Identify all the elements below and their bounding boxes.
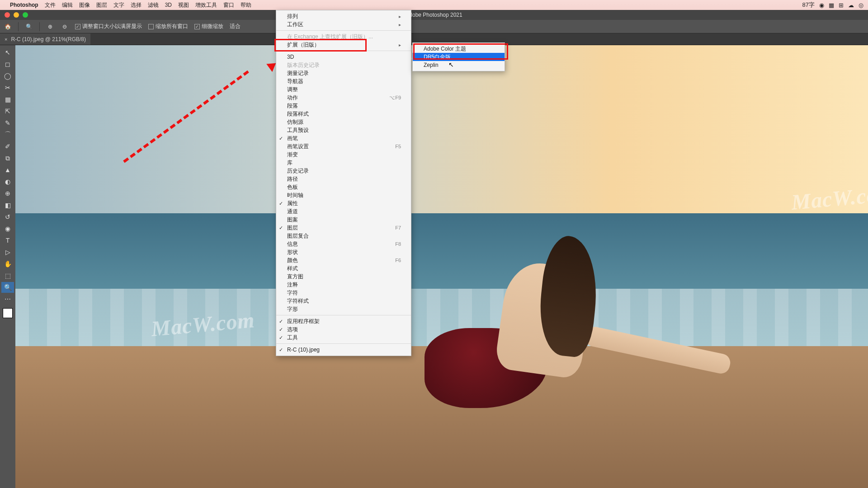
menu-item[interactable]: 直方图 [276, 272, 411, 281]
tool-1[interactable]: ◻ [1, 59, 14, 70]
menu-item[interactable]: ✓画笔 [276, 134, 411, 142]
submenu-item[interactable]: DR5白金版 [413, 53, 505, 61]
zoom-tool-icon[interactable]: 🔍 [25, 23, 33, 31]
menu-file[interactable]: 文件 [45, 1, 56, 9]
menu-item[interactable]: ✓属性 [276, 199, 411, 207]
options-bar: 🏠 🔍 ⊕ ⊖ 调整窗口大小以满屏显示 缩放所有窗口 细微缩放 适合 [0, 20, 868, 33]
tool-0[interactable]: ↖ [1, 47, 14, 58]
menu-item[interactable]: ✓应用程序框架 [276, 317, 411, 325]
tool-2[interactable]: ◯ [1, 70, 14, 81]
tool-18[interactable]: ✋ [1, 258, 14, 269]
menu-item[interactable]: 导航器 [276, 77, 411, 85]
menu-3d[interactable]: 3D [165, 2, 172, 8]
tool-4[interactable]: ▦ [1, 94, 14, 105]
color-swatch[interactable] [3, 308, 13, 318]
menu-item[interactable]: 工具预设 [276, 126, 411, 134]
menu-item[interactable]: 历史记录 [276, 167, 411, 175]
document-tab[interactable]: × R-C (10).jpeg @ 211%(RGB/8) [0, 33, 90, 45]
menu-item[interactable]: 调整 [276, 85, 411, 94]
menu-view[interactable]: 视图 [178, 1, 189, 9]
menu-item[interactable]: 图案 [276, 216, 411, 224]
menu-type[interactable]: 文字 [113, 1, 124, 9]
menu-item[interactable]: ✓选项 [276, 325, 411, 333]
menu-item[interactable]: 色板 [276, 183, 411, 191]
fit-screen-button[interactable]: 适合 [230, 23, 241, 30]
menu-item[interactable]: 库 [276, 159, 411, 167]
menu-image[interactable]: 图像 [79, 1, 90, 9]
menu-workspace[interactable]: 工作区▸ [276, 20, 411, 28]
menu-item[interactable]: 测量记录 [276, 69, 411, 77]
menu-item[interactable]: 动作⌥F9 [276, 94, 411, 102]
tool-15[interactable]: ◉ [1, 223, 14, 234]
menu-item[interactable]: 信息F8 [276, 240, 411, 248]
menu-help[interactable]: 帮助 [241, 1, 251, 9]
tool-17[interactable]: ▷ [1, 247, 14, 258]
menu-extensions-legacy[interactable]: 扩展（旧版）▸ [276, 41, 411, 49]
menu-item[interactable]: 字符样式 [276, 297, 411, 305]
menu-item[interactable]: 注释 [276, 281, 411, 289]
menu-item[interactable]: 3D [276, 53, 411, 61]
menu-item[interactable]: ✓图层F7 [276, 224, 411, 232]
tool-6[interactable]: ✎ [1, 117, 14, 128]
menu-select[interactable]: 选择 [131, 1, 142, 9]
tool-13[interactable]: ◧ [1, 200, 14, 211]
status-icon-1[interactable]: ◉ [819, 2, 824, 9]
document-canvas[interactable]: MacW.com MacW.com MacW.com [15, 45, 868, 488]
menu-layer[interactable]: 图层 [96, 1, 107, 9]
tool-7[interactable]: ⌒ [1, 129, 14, 140]
menu-filter[interactable]: 滤镜 [148, 1, 159, 9]
zoom-window-button[interactable] [23, 12, 28, 18]
menu-window[interactable]: 窗口 [223, 1, 234, 9]
status-icon-4[interactable]: ☁ [848, 2, 854, 9]
zoom-in-icon[interactable]: ⊕ [46, 23, 54, 31]
submenu-item[interactable]: Zeplin [413, 61, 505, 69]
zoom-out-icon[interactable]: ⊖ [61, 23, 69, 31]
close-tab-icon[interactable]: × [5, 37, 7, 42]
tool-5[interactable]: ⇱ [1, 106, 14, 117]
menu-item[interactable]: 样式 [276, 264, 411, 272]
menu-edit[interactable]: 编辑 [62, 1, 73, 9]
menu-item[interactable]: 形状 [276, 248, 411, 256]
menu-arrange[interactable]: 排列▸ [276, 12, 411, 20]
menu-item[interactable]: 字符 [276, 289, 411, 297]
status-icon-2[interactable]: ▦ [829, 2, 834, 9]
menu-item[interactable]: 时间轴 [276, 191, 411, 199]
tool-20[interactable]: 🔍 [1, 282, 14, 293]
menu-plugins[interactable]: 增效工具 [195, 1, 217, 9]
menu-item[interactable]: 段落 [276, 102, 411, 110]
menu-item[interactable]: 颜色F6 [276, 256, 411, 264]
submenu-item[interactable]: Adobe Color 主题 [413, 45, 505, 53]
menu-item[interactable]: 仿制源 [276, 118, 411, 126]
tool-21[interactable]: ⋯ [1, 294, 14, 305]
tool-10[interactable]: ▲ [1, 164, 14, 175]
zoom-all-checkbox[interactable]: 缩放所有窗口 [148, 23, 188, 30]
menu-item[interactable]: 版本历史记录 [276, 61, 411, 69]
menu-item[interactable]: 段落样式 [276, 110, 411, 118]
menu-item[interactable]: 图层复合 [276, 232, 411, 240]
menu-open-doc[interactable]: ✓R-C (10).jpeg [276, 346, 411, 354]
menu-item[interactable]: 通道 [276, 207, 411, 216]
tool-8[interactable]: ✐ [1, 141, 14, 152]
tool-12[interactable]: ⊕ [1, 188, 14, 199]
resize-window-checkbox[interactable]: 调整窗口大小以满屏显示 [75, 23, 142, 30]
mac-menubar: Photoshop 文件 编辑 图像 图层 文字 选择 滤镜 3D 视图 增效工… [0, 0, 868, 10]
tool-11[interactable]: ◐ [1, 176, 14, 187]
tool-3[interactable]: ✂ [1, 82, 14, 93]
tool-19[interactable]: ⬚ [1, 270, 14, 281]
close-window-button[interactable] [5, 12, 10, 18]
status-icon-3[interactable]: ⊞ [839, 2, 844, 9]
menu-item[interactable]: 画笔设置F5 [276, 142, 411, 150]
minimize-window-button[interactable] [14, 12, 19, 18]
scrubby-zoom-checkbox[interactable]: 细微缩放 [194, 23, 223, 30]
tool-16[interactable]: T [1, 235, 14, 246]
menu-item[interactable]: 渐变 [276, 150, 411, 159]
menu-item[interactable]: ✓工具 [276, 333, 411, 342]
status-icon-5[interactable]: ◎ [859, 2, 863, 9]
home-icon[interactable]: 🏠 [4, 23, 12, 31]
menu-item[interactable]: 路径 [276, 175, 411, 183]
menu-exchange[interactable]: 在 Exchange 上查找扩展（旧版）... [276, 33, 411, 41]
tool-9[interactable]: ⧉ [1, 153, 14, 164]
tool-14[interactable]: ↺ [1, 211, 14, 222]
app-name[interactable]: Photoshop [10, 2, 38, 8]
menu-item[interactable]: 字形 [276, 305, 411, 313]
